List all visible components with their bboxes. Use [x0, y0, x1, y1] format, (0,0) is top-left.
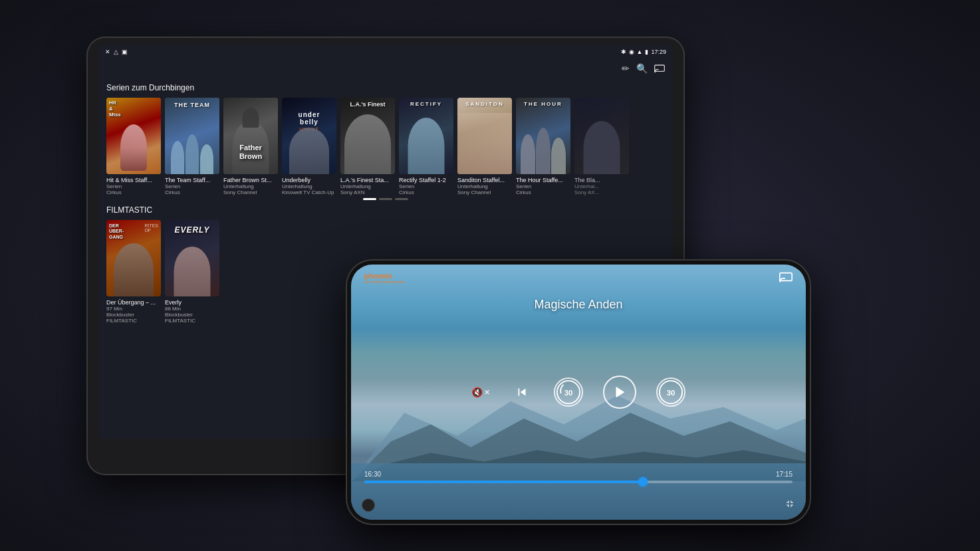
- time-labels: 16:30 17:15: [364, 471, 793, 478]
- skip-back-icon: 30: [556, 380, 581, 405]
- cast-icon-phone: [779, 271, 793, 282]
- player-controls: 🔇 ✕ 30: [351, 376, 806, 409]
- play-button[interactable]: [603, 376, 636, 409]
- svg-rect-0: [655, 65, 665, 71]
- father-brown-title: Father Brown St...: [223, 177, 278, 183]
- hit-miss-title: Hit & Miss Staff...: [106, 177, 161, 183]
- fullscreen-button[interactable]: [785, 498, 795, 512]
- section1-title: Serien zum Durchbingen: [106, 83, 665, 92]
- phoenix-logo-area: phoenix der Nachrichtensender: [364, 273, 405, 284]
- rectify-provider: Cirkus: [399, 189, 453, 195]
- sanditon-title: Sanditon Staffel...: [457, 177, 512, 183]
- cast-button-phone[interactable]: [779, 271, 793, 285]
- card-hit-miss[interactable]: Hit&Miss Hit & Miss Staff... Serien Cirk…: [106, 98, 161, 195]
- tablet-statusbar: ✕ △ ▣ ✱ ◉ ▲ ▮ 17:29: [98, 45, 673, 59]
- everly-genre: 88 Min: [165, 306, 219, 312]
- hit-miss-genre: Serien: [106, 183, 161, 189]
- card-father-brown[interactable]: FatherBrown Father Brown St... Unterhalt…: [223, 98, 278, 195]
- black-provider: Sony AX...: [574, 189, 629, 195]
- gps-icon: ◉: [629, 49, 634, 55]
- previous-icon: [515, 385, 529, 399]
- scroll-indicator: [106, 198, 665, 200]
- rectify-genre: Serien: [399, 183, 453, 189]
- statusbar-right: ✱ ◉ ▲ ▮ 17:29: [621, 49, 666, 55]
- card-la-finest[interactable]: L.A.'s Finest L.A.'s Finest Sta... Unter…: [340, 98, 395, 195]
- volume-x-icon: ✕: [484, 388, 490, 397]
- card-sanditon[interactable]: SANDITON Sanditon Staffel... Unterhaltun…: [457, 98, 512, 195]
- skip-forward-icon: 30: [658, 380, 683, 405]
- poster-sanditon: SANDITON: [457, 98, 512, 174]
- phone-screen: phoenix der Nachrichtensender Magische A…: [351, 265, 806, 520]
- card-underbelly[interactable]: under belly UNCUT Underbelly Unterhaltun…: [282, 98, 336, 195]
- progress-bar[interactable]: [364, 481, 793, 483]
- uebergang-sub: Blockbuster: [106, 312, 161, 318]
- phoenix-brand-name: phoenix: [364, 273, 405, 280]
- underbelly-title: Underbelly: [282, 177, 336, 183]
- poster-black: [574, 98, 629, 174]
- uebergang-provider: FILMTASTIC: [106, 318, 161, 324]
- progress-thumb[interactable]: [638, 477, 648, 487]
- tablet-toolbar: ✏ 🔍: [98, 59, 673, 78]
- video-title: Magische Anden: [351, 298, 806, 312]
- close-icon: ✕: [105, 49, 110, 55]
- card-the-hour[interactable]: THE HOUR The Hour Staffe... Serien Cirku…: [516, 98, 570, 195]
- poster-the-hour: THE HOUR: [516, 98, 570, 174]
- search-icon[interactable]: 🔍: [636, 63, 648, 74]
- poster-rectify: RECTIFY: [399, 98, 453, 174]
- poster-la-finest: L.A.'s Finest: [340, 98, 395, 174]
- scroll-dot-1: [363, 198, 376, 200]
- la-finest-title: L.A.'s Finest Sta...: [340, 177, 395, 183]
- skip-forward-button[interactable]: 30: [656, 378, 685, 407]
- svg-text:30: 30: [667, 389, 675, 397]
- poster-the-team: THE TEAM: [165, 98, 219, 174]
- team-provider: Cirkus: [165, 189, 219, 195]
- card-everly[interactable]: EVERLY Everly 88 Min Blockbuster FILMTAS…: [165, 220, 219, 324]
- scene: ✕ △ ▣ ✱ ◉ ▲ ▮ 17:29 ✏ 🔍: [0, 0, 980, 551]
- phone-header: phoenix der Nachrichtensender: [364, 271, 793, 285]
- play-icon: [612, 385, 627, 399]
- sanditon-provider: Sony Channel: [457, 189, 512, 195]
- progress-container: 16:30 17:15: [364, 471, 793, 483]
- sanditon-genre: Unterhaltung: [457, 183, 512, 189]
- phone-bottom-controls: [362, 498, 795, 512]
- scroll-dot-3: [395, 198, 408, 200]
- the-hour-genre: Serien: [516, 183, 570, 189]
- black-genre: Unterhal...: [574, 183, 629, 189]
- card-uebergang[interactable]: DERÜBER-GANG RITESOF Der Übergang – ... …: [106, 220, 161, 324]
- poster-father-brown: FatherBrown: [223, 98, 278, 174]
- everly-provider: FILMTASTIC: [165, 318, 219, 324]
- uebergang-genre: 97 Min: [106, 306, 161, 312]
- poster-hit-miss: Hit&Miss: [106, 98, 161, 174]
- cast-icon[interactable]: [654, 63, 665, 74]
- underbelly-provider: Kinowelt TV Catch-Up: [282, 189, 336, 195]
- card-black[interactable]: The Bla... Unterhal... Sony AX...: [574, 98, 629, 195]
- bluetooth-icon: ✱: [621, 49, 626, 55]
- black-title: The Bla...: [574, 177, 629, 183]
- series-cards-row: Hit&Miss Hit & Miss Staff... Serien Cirk…: [106, 98, 665, 195]
- poster-uebergang: DERÜBER-GANG RITESOF: [106, 220, 161, 296]
- everly-title: Everly: [165, 299, 219, 306]
- current-time: 16:30: [364, 471, 381, 478]
- team-genre: Serien: [165, 183, 219, 189]
- battery-icon: ▮: [645, 49, 648, 55]
- edit-icon[interactable]: ✏: [622, 63, 630, 74]
- previous-button[interactable]: [510, 380, 534, 404]
- section2-title: FILMTASTIC: [106, 205, 665, 215]
- phone-device: phoenix der Nachrichtensender Magische A…: [346, 259, 811, 525]
- card-rectify[interactable]: RECTIFY Rectify Staffel 1-2 Serien Cirku…: [399, 98, 453, 195]
- la-finest-genre: Unterhaltung: [340, 183, 395, 189]
- svg-rect-5: [780, 273, 792, 281]
- everly-sub: Blockbuster: [165, 312, 219, 318]
- la-finest-provider: Sony AXN: [340, 189, 395, 195]
- team-title: The Team Staff...: [165, 177, 219, 183]
- notification-icon: ▣: [122, 49, 128, 55]
- uebergang-title: Der Übergang – ...: [106, 299, 161, 306]
- card-the-team[interactable]: THE TEAM The Team Staff... Serien Cirkus: [165, 98, 219, 195]
- the-hour-provider: Cirkus: [516, 189, 570, 195]
- warning-icon: △: [114, 49, 118, 55]
- svg-marker-9: [616, 387, 625, 398]
- skip-back-button[interactable]: 30: [554, 378, 583, 407]
- poster-everly: EVERLY: [165, 220, 219, 296]
- volume-button[interactable]: 🔇 ✕: [471, 387, 490, 397]
- end-time: 17:15: [776, 471, 793, 478]
